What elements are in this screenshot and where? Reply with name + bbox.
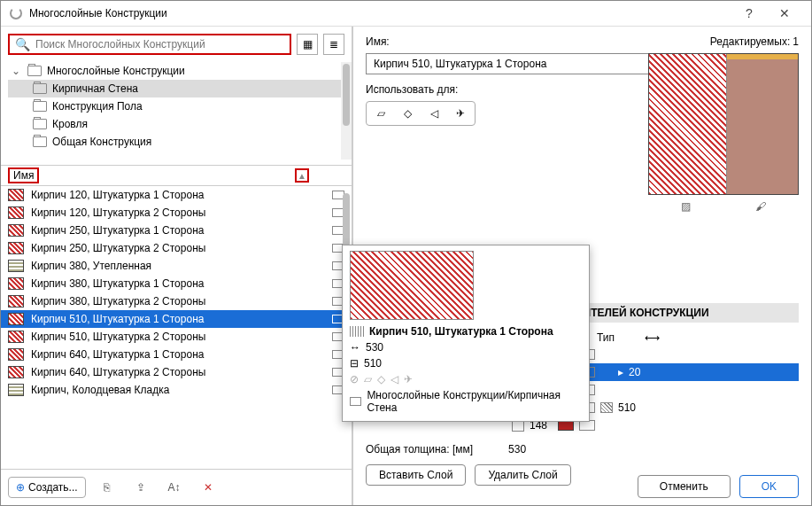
list-item-label: Кирпич 510, Штукатурка 2 Стороны [31,331,325,343]
type-header: Тип [597,331,623,344]
move-button[interactable]: ⇪ [128,477,153,498]
tree-item[interactable]: Конструкция Пола [8,97,344,115]
tree-item-label: Конструкция Пола [52,100,143,113]
tool-wall-icon[interactable]: ▱ [370,105,391,121]
wall-icon: ▱ [364,373,372,385]
view-list-button[interactable]: ≣ [323,34,344,55]
folder-icon [27,66,42,76]
shell-icon: ✈ [404,373,413,385]
sort-indicator[interactable]: ▲ [295,168,309,183]
tree-label: Многослойные Конструкции [47,65,185,77]
slab-icon: ◇ [377,373,385,385]
material-swatch [8,313,24,325]
chevron-down-icon: ⌄ [12,65,22,77]
tooltip-dim1: 530 [366,341,383,354]
tree-item[interactable]: Кирпичная Стена [8,80,344,97]
create-label: Создать... [28,481,78,494]
material-swatch [8,260,24,272]
list-header[interactable]: Имя ▲ [1,165,352,186]
left-panel: 🔍 ▦ ≣ ⌄ Многослойные Конструкции Кирпичн… [1,27,353,505]
ok-button[interactable]: OK [739,475,799,498]
brush-icon[interactable]: 🖌 [755,200,766,213]
layer-width-icon: ⊟ [350,357,359,370]
tree-item[interactable]: Кровля [8,115,344,133]
arrow-icon: ▸ [618,366,623,378]
preview-mode-icons: ▨ 🖌 [648,200,799,213]
hatch-icon[interactable]: ▨ [681,200,691,213]
material-swatch [8,295,24,307]
tool-slab-icon[interactable]: ◇ [397,105,418,121]
layer-thickness[interactable]: 20 [629,366,655,378]
duplicate-button[interactable]: ⎘ [95,477,120,498]
layer-pattern[interactable] [600,402,613,413]
material-swatch [8,331,24,343]
list-item[interactable]: Кирпич 250, Штукатурка 1 Сторона [1,222,352,239]
plus-icon: ⊕ [16,481,25,494]
list-item-label: Кирпич 380, Штукатурка 1 Сторона [31,277,325,290]
tooltip-dim1-row: ↔ 530 [350,339,582,355]
create-button[interactable]: ⊕ Создать... [8,477,86,498]
tool-roof-icon[interactable]: ◁ [423,105,445,121]
tooltip: Кирпич 510, Штукатурка 1 Сторона ↔ 530 ⊟… [342,245,590,422]
search-box[interactable]: 🔍 [8,34,291,55]
tree-root[interactable]: ⌄ Многослойные Конструкции [8,62,344,80]
list-item[interactable]: Кирпич 380, Штукатурка 1 Сторона [1,275,352,292]
right-header: Имя: Редактируемых: 1 [366,35,799,48]
material-swatch [8,224,24,237]
folder-icon [33,136,47,147]
tooltip-preview [350,251,474,320]
cancel-button[interactable]: Отменить [638,475,731,498]
window-title: Многослойные Конструкции [29,7,731,19]
name-input[interactable] [366,53,658,74]
delete-layer-button[interactable]: Удалить Слой [475,464,570,486]
layer-thickness[interactable]: 510 [618,401,645,414]
list-item[interactable]: Кирпич 250, Штукатурка 2 Стороны [1,239,352,257]
list-item[interactable]: Кирпич 120, Штукатурка 2 Стороны [1,204,352,222]
tooltip-path-row: Многослойные Конструкции/Кирпичная Стена [350,387,582,416]
name-label: Имя: [366,35,390,48]
material-swatch [8,366,24,378]
preview-layer-2 [727,54,798,194]
tooltip-title-row: Кирпич 510, Штукатурка 1 Сторона [350,323,582,339]
editing-label: Редактируемых: 1 [710,35,799,48]
delete-button[interactable]: ✕ [196,477,220,498]
material-swatch [8,242,24,254]
close-button[interactable]: ✕ [767,6,802,20]
help-button[interactable]: ? [731,6,767,20]
tree-item-label: Кровля [52,118,88,130]
tree-item-label: Кирпичная Стена [52,82,138,95]
folder-icon [33,83,47,94]
list-item[interactable]: Кирпич 510, Штукатурка 2 Стороны [1,328,352,346]
tooltip-dim2-row: ⊟ 510 [350,355,582,371]
search-icon: 🔍 [15,37,30,51]
search-input[interactable] [35,38,284,51]
list-item[interactable]: Кирпич 640, Штукатурка 2 Стороны [1,363,352,381]
tree-item[interactable]: Общая Конструкция [8,133,344,151]
list-item-label: Кирпич 250, Штукатурка 2 Стороны [31,242,325,254]
list-item-label: Кирпич 640, Штукатурка 1 Сторона [31,348,325,361]
total-label: Общая толщина: [мм] [366,443,473,455]
list-item[interactable]: Кирпич 120, Штукатурка 1 Сторона [1,186,352,204]
folder-icon [33,101,47,112]
tool-shell-icon[interactable]: ✈ [450,105,471,121]
insert-layer-button[interactable]: Вставить Слой [366,464,466,486]
tree-scrollbar[interactable] [341,62,352,160]
list-item[interactable]: Кирпич 640, Штукатурка 1 Сторона [1,346,352,363]
preview-layer-1 [649,54,727,194]
list-item-label: Кирпич 510, Штукатурка 1 Сторона [31,313,325,325]
titlebar: Многослойные Конструкции ? ✕ [1,1,811,27]
list-item-label: Кирпич 640, Штукатурка 2 Стороны [31,366,325,378]
material-swatch [8,189,24,201]
list-item[interactable]: Кирпич 380, Утепленная [1,257,352,275]
list-item[interactable]: Кирпич, Колодцевая Кладка [1,381,352,399]
folder-tree: ⌄ Многослойные Конструкции Кирпичная Сте… [1,62,352,160]
total-value: 530 [508,443,526,455]
list-header-name: Имя [8,167,39,183]
list-item[interactable]: Кирпич 380, Штукатурка 2 Стороны [1,292,352,310]
list-item-label: Кирпич, Колодцевая Кладка [31,384,325,396]
view-grid-button[interactable]: ▦ [297,34,318,55]
item-list: Кирпич 120, Штукатурка 1 СторонаКирпич 1… [1,186,352,469]
list-item[interactable]: Кирпич 510, Штукатурка 1 Сторона [1,310,352,328]
width-icon: ↔ [350,341,360,354]
rename-button[interactable]: A↕ [162,477,187,498]
